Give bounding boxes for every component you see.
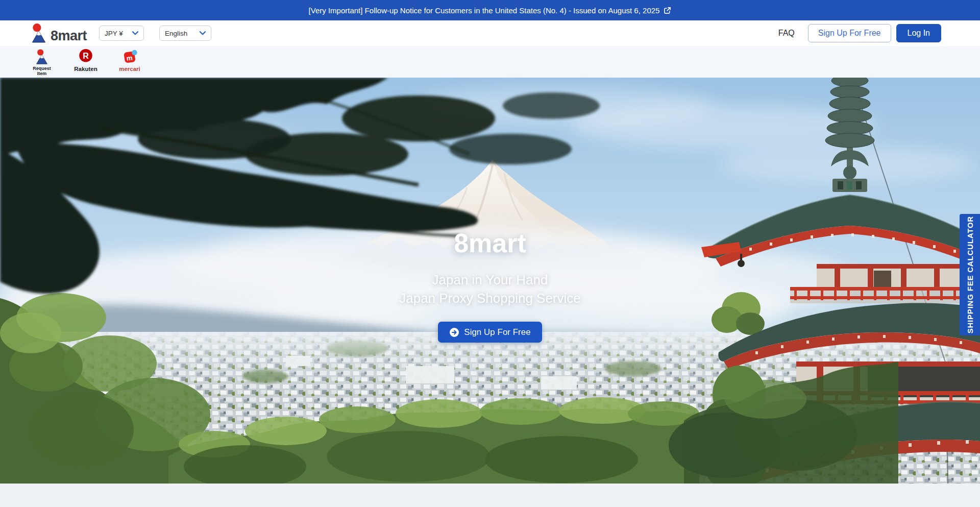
footer-space: [0, 484, 980, 507]
request-item-fuji-icon: [33, 49, 51, 66]
svg-text:R: R: [83, 51, 89, 60]
currency-select[interactable]: JPY ¥: [99, 26, 144, 41]
shop-item-request-item[interactable]: Request Item: [27, 49, 57, 76]
hero-section: 8mart Japan in Your Hand Japan Proxy Sho…: [0, 78, 980, 484]
notice-text: [Very Important] Follow-up Notice for Cu…: [309, 6, 660, 15]
fuji-sun-logo-icon: [30, 23, 48, 43]
shop-item-label: mercari: [119, 66, 140, 73]
shipping-fee-calculator-tab[interactable]: SHIPPING FEE CALCULATOR: [960, 214, 980, 335]
logo-text: 8mart: [51, 28, 87, 43]
currency-value: JPY ¥: [105, 30, 123, 37]
hero-signup-label: Sign Up For Free: [464, 327, 530, 337]
login-button[interactable]: Log In: [896, 24, 941, 42]
shipping-fee-calculator-label: SHIPPING FEE CALCULATOR: [966, 216, 974, 333]
signup-button[interactable]: Sign Up For Free: [808, 24, 891, 42]
hero-content: 8mart Japan in Your Hand Japan Proxy Sho…: [0, 229, 980, 343]
site-header: 8mart JPY ¥ English FAQ Sign Up For Free…: [0, 20, 980, 46]
chevron-down-icon: [132, 31, 138, 35]
arrow-circle-right-icon: [449, 327, 459, 337]
mercari-icon: m: [121, 49, 138, 66]
notice-bar[interactable]: [Very Important] Follow-up Notice for Cu…: [0, 0, 980, 20]
shop-item-mercari[interactable]: m mercari: [114, 49, 145, 73]
shop-item-label: Request Item: [30, 66, 54, 76]
hero-tagline: Japan in Your Hand Japan Proxy Shopping …: [0, 271, 980, 307]
hero-tagline-line1: Japan in Your Hand: [432, 272, 548, 287]
rakuten-icon: R: [77, 49, 94, 66]
faq-link[interactable]: FAQ: [778, 29, 795, 38]
shop-item-label: Rakuten: [74, 66, 97, 73]
hero-signup-button[interactable]: Sign Up For Free: [438, 322, 542, 343]
logo[interactable]: 8mart: [30, 23, 87, 43]
svg-text:m: m: [126, 54, 133, 62]
external-link-icon: [664, 7, 671, 14]
shop-item-rakuten[interactable]: R Rakuten: [70, 49, 101, 73]
language-value: English: [165, 30, 187, 37]
chevron-down-icon: [200, 31, 206, 35]
language-select[interactable]: English: [159, 26, 211, 41]
shop-nav: Request Item R Rakuten m mercari: [0, 46, 980, 78]
hero-tagline-line2: Japan Proxy Shopping Service: [399, 291, 581, 306]
page-title: 8mart: [0, 229, 980, 257]
